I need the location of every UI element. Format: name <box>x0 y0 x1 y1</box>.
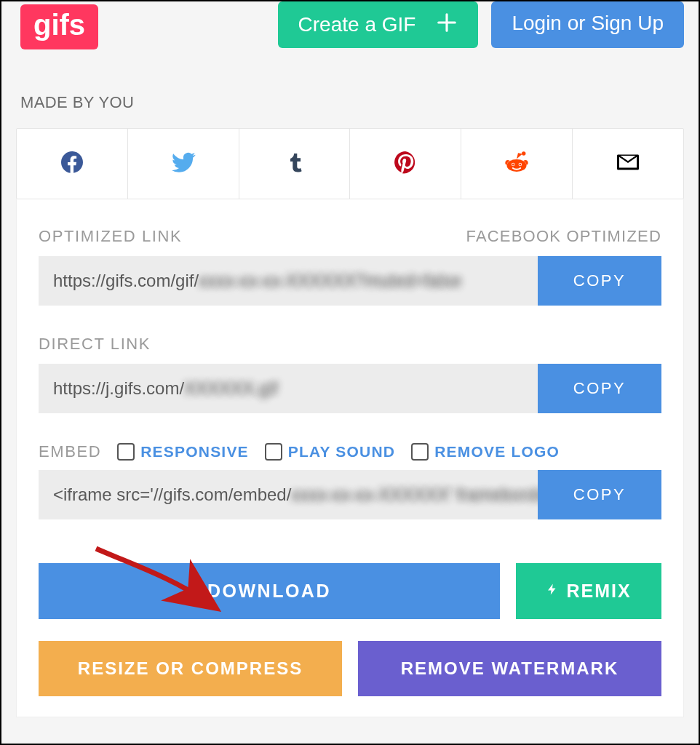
checkbox-icon <box>411 443 429 461</box>
remove-watermark-button[interactable]: REMOVE WATERMARK <box>358 641 661 696</box>
actions-row-1: DOWNLOAD REMIX <box>39 563 661 619</box>
reddit-icon <box>504 149 530 178</box>
play-sound-checkbox[interactable]: PLAY SOUND <box>265 443 395 461</box>
embed-input[interactable]: <iframe src='//gifs.com/embed/xxxx-xx-xx… <box>39 470 538 519</box>
facebook-optimized-label: FACEBOOK OPTIMIZED <box>466 227 661 246</box>
download-button[interactable]: DOWNLOAD <box>39 563 500 619</box>
create-gif-label: Create a GIF <box>298 13 416 36</box>
optimized-head: OPTIMIZED LINK FACEBOOK OPTIMIZED <box>39 227 661 246</box>
header: gifs Create a GIF Login or Sign Up <box>16 1 684 49</box>
remove-logo-checkbox[interactable]: REMOVE LOGO <box>411 443 560 461</box>
plus-icon <box>436 12 458 38</box>
links-panel: OPTIMIZED LINK FACEBOOK OPTIMIZED https:… <box>16 199 684 717</box>
remix-button[interactable]: REMIX <box>516 563 661 619</box>
copy-optimized-button[interactable]: COPY <box>538 256 661 306</box>
direct-link-prefix: https://j.gifs.com/ <box>53 378 184 399</box>
direct-link-label: DIRECT LINK <box>39 335 151 354</box>
share-facebook[interactable] <box>17 129 128 199</box>
tumblr-icon <box>282 149 308 178</box>
optimized-link-blurred: xxxx-xx-xx-XXXXXX?muted=false <box>199 271 461 291</box>
header-right: Create a GIF Login or Sign Up <box>278 1 684 48</box>
remix-label: REMIX <box>566 581 631 602</box>
remove-logo-label: REMOVE LOGO <box>434 443 560 461</box>
optimized-row: https://gifs.com/gif/xxxx-xx-xx-XXXXXX?m… <box>39 256 661 306</box>
share-reddit[interactable] <box>461 129 573 199</box>
pinterest-icon <box>392 149 418 178</box>
direct-link-blurred: XXXXXX.gif <box>184 378 277 399</box>
responsive-label: RESPONSIVE <box>140 443 249 461</box>
optimized-link-label: OPTIMIZED LINK <box>39 227 182 246</box>
optimized-link-prefix: https://gifs.com/gif/ <box>53 271 199 291</box>
embed-row: <iframe src='//gifs.com/embed/xxxx-xx-xx… <box>39 470 661 519</box>
login-signup-button[interactable]: Login or Sign Up <box>491 1 684 48</box>
create-gif-button[interactable]: Create a GIF <box>278 1 479 48</box>
copy-embed-button[interactable]: COPY <box>538 470 661 519</box>
direct-head: DIRECT LINK <box>39 335 661 354</box>
svg-point-0 <box>522 151 525 155</box>
share-pinterest[interactable] <box>350 129 461 199</box>
svg-point-4 <box>512 164 514 166</box>
facebook-icon <box>59 149 85 178</box>
section-label: MADE BY YOU <box>20 93 684 112</box>
logo[interactable]: gifs <box>20 4 98 49</box>
embed-head: EMBED RESPONSIVE PLAY SOUND REMOVE LOGO <box>39 442 661 461</box>
copy-direct-button[interactable]: COPY <box>538 364 661 413</box>
share-row <box>16 128 684 199</box>
share-tumblr[interactable] <box>239 129 351 199</box>
play-sound-label: PLAY SOUND <box>288 443 395 461</box>
page: gifs Create a GIF Login or Sign Up MADE … <box>1 1 699 744</box>
svg-point-5 <box>520 164 522 166</box>
checkbox-icon <box>117 443 135 461</box>
share-email[interactable] <box>573 129 683 199</box>
twitter-icon <box>170 149 196 178</box>
embed-label: EMBED <box>39 442 101 461</box>
resize-compress-button[interactable]: RESIZE OR COMPRESS <box>39 641 342 696</box>
checkbox-icon <box>265 443 282 461</box>
lightning-icon <box>546 581 559 602</box>
email-icon <box>615 149 641 178</box>
embed-blurred: xxxx-xx-xx-XXXXXX' frameborder='0' <box>291 485 538 505</box>
direct-row: https://j.gifs.com/XXXXXX.gif COPY <box>39 364 661 413</box>
optimized-link-input[interactable]: https://gifs.com/gif/xxxx-xx-xx-XXXXXX?m… <box>39 256 538 306</box>
actions-row-2: RESIZE OR COMPRESS REMOVE WATERMARK <box>39 641 661 696</box>
responsive-checkbox[interactable]: RESPONSIVE <box>117 443 249 461</box>
share-twitter[interactable] <box>128 129 239 199</box>
direct-link-input[interactable]: https://j.gifs.com/XXXXXX.gif <box>39 364 538 413</box>
embed-prefix: <iframe src='//gifs.com/embed/ <box>53 485 291 505</box>
